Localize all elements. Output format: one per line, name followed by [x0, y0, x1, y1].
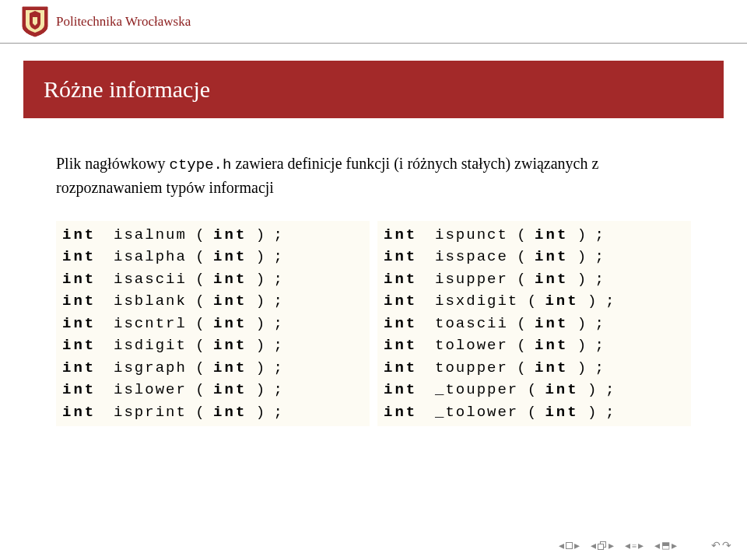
nav-controls: ◂ ▸ ◂ ▸ ◂ ≡ ▸ ◂ ⬒ ▸ ↶ ↷	[559, 539, 731, 552]
code-column-left: int isalnum ( int ) ;int isalpha ( int )…	[56, 221, 370, 427]
nav-next-icon: ▸	[672, 539, 677, 552]
redo-icon: ↷	[722, 539, 731, 552]
nav-back-group[interactable]: ◂ ⬒ ▸	[654, 539, 677, 552]
code-column-right: int ispunct ( int ) ;int isspace ( int )…	[377, 221, 691, 427]
shield-logo-icon	[22, 6, 48, 37]
code-line: int isprint ( int ) ;	[56, 401, 370, 424]
code-line: int isxdigit ( int ) ;	[377, 290, 691, 313]
nav-prev-icon: ◂	[625, 539, 630, 552]
code-line: int islower ( int ) ;	[56, 379, 370, 401]
nav-section-group[interactable]: ◂ ≡ ▸	[625, 539, 644, 552]
nav-refresh-group[interactable]: ↶ ↷	[711, 539, 731, 552]
undo-icon: ↶	[711, 539, 721, 552]
nav-next-icon: ▸	[574, 539, 580, 552]
code-line: int _toupper ( int ) ;	[377, 379, 691, 401]
code-line: int tolower ( int ) ;	[377, 334, 691, 357]
code-line: int _tolower ( int ) ;	[377, 401, 691, 424]
code-line: int iscntrl ( int ) ;	[56, 313, 370, 335]
code-line: int isupper ( int ) ;	[377, 268, 691, 291]
slide-content: Plik nagłówkowy ctype.h zawiera definicj…	[0, 118, 747, 426]
nav-subsection-icon	[598, 541, 607, 551]
slide-title: Różne informacje	[23, 61, 724, 118]
code-line: int toupper ( int ) ;	[377, 357, 691, 380]
nav-section-icon: ≡	[632, 541, 637, 551]
nav-next-icon: ▸	[608, 539, 614, 552]
code-line: int isblank ( int ) ;	[56, 290, 370, 313]
header: Politechnika Wrocławska	[0, 0, 747, 44]
code-line: int isgraph ( int ) ;	[56, 357, 370, 380]
code-columns: int isalnum ( int ) ;int isalpha ( int )…	[56, 221, 691, 427]
code-line: int isascii ( int ) ;	[56, 268, 370, 291]
intro-code: ctype.h	[170, 156, 232, 173]
nav-frame-icon	[566, 542, 573, 549]
code-line: int isalnum ( int ) ;	[56, 224, 370, 247]
nav-doc-icon: ⬒	[661, 540, 670, 551]
code-line: int isspace ( int ) ;	[377, 246, 691, 268]
code-line: int isalpha ( int ) ;	[56, 246, 370, 268]
intro-paragraph: Plik nagłówkowy ctype.h zawiera definicj…	[56, 152, 691, 199]
code-line: int toascii ( int ) ;	[377, 313, 691, 335]
code-line: int ispunct ( int ) ;	[377, 224, 691, 247]
nav-frame-group[interactable]: ◂ ▸	[559, 539, 580, 552]
nav-subsection-group[interactable]: ◂ ▸	[591, 539, 614, 552]
nav-prev-icon: ◂	[559, 539, 564, 552]
nav-prev-icon: ◂	[654, 539, 660, 552]
nav-prev-icon: ◂	[591, 539, 596, 552]
intro-pre: Plik nagłówkowy	[56, 155, 170, 172]
brand-text: Politechnika Wrocławska	[56, 14, 191, 30]
code-line: int isdigit ( int ) ;	[56, 334, 370, 357]
nav-next-icon: ▸	[638, 539, 644, 552]
